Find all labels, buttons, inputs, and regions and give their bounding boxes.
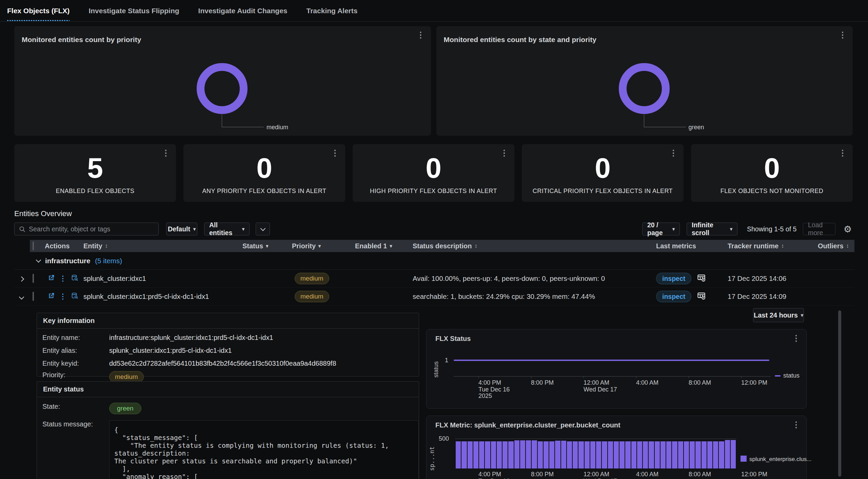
open-in-new-icon[interactable] <box>47 292 55 301</box>
tab-tracking-alerts[interactable]: Tracking Alerts <box>307 0 358 22</box>
column-header-entity[interactable]: Entity↕ <box>82 242 238 250</box>
donut-label-connector <box>222 127 264 127</box>
search-box <box>14 223 159 235</box>
kebab-menu-icon[interactable]: ⋮ <box>839 31 847 39</box>
kpi-value: 0 <box>426 154 441 182</box>
kpi-value: 5 <box>87 154 103 182</box>
metric-bar <box>456 441 461 468</box>
priority-badge: medium <box>295 273 329 284</box>
field-label: Status message: <box>42 420 109 428</box>
x-tick-label: 4:00 PMTue Dec 16 <box>478 471 510 479</box>
sort-caret-icon: ▾ <box>390 243 392 249</box>
per-page-dropdown[interactable]: 20 / page▾ <box>642 223 680 235</box>
flex-objects-dashboard: Flex Objects (FLX) Investigate Status Fl… <box>0 0 868 479</box>
inspect-button[interactable]: inspect <box>656 291 691 302</box>
metric-bar <box>707 441 712 468</box>
metric-bar <box>678 441 683 468</box>
kebab-menu-icon[interactable]: ⋮ <box>839 149 847 157</box>
panel-title: Entity status <box>37 382 419 397</box>
status-message-code: { "status_message": [ "The entity status… <box>109 420 419 479</box>
view-metrics-icon[interactable] <box>697 273 706 284</box>
metric-bar <box>619 441 625 468</box>
entity-name[interactable]: splunk_cluster:idxc1 <box>82 274 238 283</box>
group-item-count-link[interactable]: (5 items) <box>95 257 122 265</box>
row-expand-icon[interactable] <box>19 276 24 282</box>
metric-bar <box>725 440 730 468</box>
metric-bar <box>544 441 549 468</box>
column-header-outliers[interactable]: Outliers↕ <box>814 242 854 250</box>
flx-metric-chart-card: FLX Metric: splunk_enterprise.cluster_pe… <box>426 416 807 479</box>
column-header-status[interactable]: Status▾ <box>238 242 287 250</box>
axis-tick-mark <box>741 376 742 378</box>
group-row-infrastructure[interactable]: infrastructure (5 items) <box>14 252 854 270</box>
row-checkbox[interactable] <box>33 274 34 283</box>
kpi-any-priority-alert: ⋮ 0 ANY PRIORITY FLEX OBJECTS IN ALERT <box>183 144 345 202</box>
metric-bar <box>520 440 525 468</box>
metric-bar <box>473 441 478 468</box>
kebab-menu-icon[interactable]: ⋮ <box>792 421 800 429</box>
kebab-menu-icon[interactable]: ⋮ <box>500 149 508 157</box>
chevron-down-icon: ▾ <box>193 226 196 232</box>
inspect-button[interactable]: inspect <box>656 273 691 284</box>
load-more-button[interactable]: Load more <box>803 223 835 235</box>
legend-square-swatch <box>741 456 747 462</box>
entity-name[interactable]: splunk_cluster:idxc1:prd5-cl-idx-dc1-idx… <box>82 292 238 301</box>
metric-bar <box>655 441 660 468</box>
search-input[interactable] <box>29 225 154 233</box>
column-header-tracker-runtime[interactable]: Tracker runtime↕ <box>725 242 814 250</box>
column-header-priority[interactable]: Priority▾ <box>287 242 355 250</box>
kpi-label: CRITICAL PRIORITY FLEX OBJECTS IN ALERT <box>533 188 673 195</box>
chevron-down-icon[interactable] <box>36 257 41 263</box>
legend-label: splunk_enterprise.clus... <box>749 456 811 463</box>
tab-flex-objects[interactable]: Flex Objects (FLX) <box>7 0 70 22</box>
gear-icon[interactable]: ⚙ <box>844 224 852 235</box>
sort-icon: ↕ <box>781 243 784 249</box>
group-name: infrastructure <box>45 257 90 265</box>
default-filter-dropdown[interactable]: Default▾ <box>166 223 197 235</box>
x-tick-label: 12:00 AMWed Dec 17 <box>584 471 617 479</box>
view-metrics-icon[interactable] <box>697 291 706 302</box>
expand-filters-button[interactable] <box>256 223 270 235</box>
row-kebab-menu-icon[interactable]: ⋮ <box>59 292 66 301</box>
donut-cards-row: Monitored entities count by priority ⋮ m… <box>14 26 853 136</box>
open-in-new-icon[interactable] <box>47 274 55 283</box>
kpi-cards-row: ⋮ 5 ENABLED FLEX OBJECTS ⋮ 0 ANY PRIORIT… <box>14 144 853 202</box>
x-axis <box>454 376 771 377</box>
metric-bar <box>526 440 531 468</box>
kpi-label: ENABLED FLEX OBJECTS <box>56 188 134 195</box>
chevron-down-icon: ▾ <box>730 226 732 232</box>
column-header-status-description[interactable]: Status description↕ <box>413 242 645 250</box>
data-search-icon[interactable] <box>71 274 78 283</box>
donut-label-connector <box>222 114 222 127</box>
metric-bar <box>602 441 607 468</box>
tab-investigate-audit-changes[interactable]: Investigate Audit Changes <box>198 0 288 22</box>
metric-bar <box>538 441 543 468</box>
x-tick-label: 12:00 PM <box>741 471 767 478</box>
select-all-checkbox[interactable] <box>33 242 34 250</box>
tab-investigate-status-flipping[interactable]: Investigate Status Flipping <box>88 0 179 22</box>
column-header-enabled[interactable]: Enabled 1▾ <box>355 242 413 250</box>
all-entities-dropdown[interactable]: All entities▾ <box>204 223 250 235</box>
row-kebab-menu-icon[interactable]: ⋮ <box>59 274 66 283</box>
metric-bar <box>637 441 642 468</box>
metric-bar <box>549 441 554 468</box>
donut-card-priority: Monitored entities count by priority ⋮ m… <box>14 26 431 136</box>
kebab-menu-icon[interactable]: ⋮ <box>792 334 800 342</box>
scroll-mode-dropdown[interactable]: Infinite scroll▾ <box>687 223 737 235</box>
priority-badge: medium <box>295 291 329 302</box>
kebab-menu-icon[interactable]: ⋮ <box>417 31 425 39</box>
time-range-dropdown[interactable]: Last 24 hours▾ <box>753 308 804 322</box>
row-collapse-icon[interactable] <box>19 294 24 300</box>
kpi-value: 0 <box>595 154 611 182</box>
detail-scrollbar[interactable] <box>838 310 841 477</box>
data-search-icon[interactable] <box>71 292 78 301</box>
row-actions: ⋮ <box>47 274 82 283</box>
kpi-enabled-flex-objects: ⋮ 5 ENABLED FLEX OBJECTS <box>14 144 176 202</box>
metric-bar <box>590 441 595 468</box>
row-checkbox[interactable] <box>33 292 34 301</box>
kebab-menu-icon[interactable]: ⋮ <box>331 149 339 157</box>
kebab-menu-icon[interactable]: ⋮ <box>162 149 170 157</box>
kebab-menu-icon[interactable]: ⋮ <box>669 149 677 157</box>
x-tick-label: 12:00 AMWed Dec 17 <box>584 380 617 393</box>
chart-title: FLX Metric: splunk_enterprise.cluster_pe… <box>435 421 620 429</box>
